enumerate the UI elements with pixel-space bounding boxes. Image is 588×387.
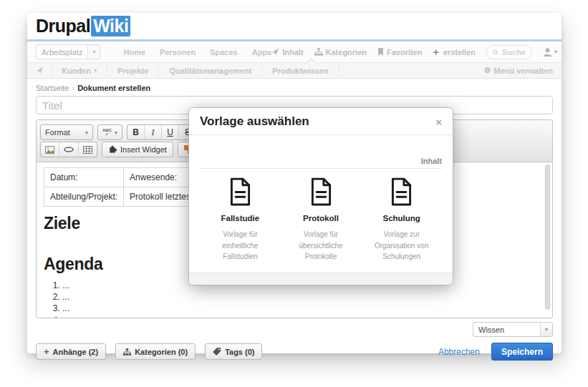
breadcrumb-home[interactable]: Startseite: [36, 84, 69, 92]
nav-item-kategorien[interactable]: Kategorien: [314, 48, 367, 57]
bold-button[interactable]: B: [127, 125, 145, 139]
gear-icon: ⚙: [484, 66, 491, 75]
insert-widget-label: Insert Widget: [120, 145, 167, 154]
tags-label: Tags (0): [225, 348, 254, 356]
snav-produktwissen-label: Produktwissen: [272, 67, 328, 75]
drupal-wiki-logo[interactable]: Drupal Wiki: [36, 16, 130, 36]
space-select[interactable]: Wissen ▾: [473, 322, 553, 337]
space-select-value: Wissen: [473, 325, 540, 334]
agenda-list-item: ...: [62, 291, 545, 303]
italic-button[interactable]: I: [145, 125, 162, 139]
link-icon: [64, 147, 74, 152]
template-description: Vorlage zur Organisation von Schulungen: [365, 229, 438, 263]
location-arrow-icon: [271, 48, 279, 56]
attachments-label: Anhänge (2): [53, 348, 99, 356]
bookmark-icon: [377, 48, 384, 56]
template-picker-modal: Vorlage auswählen × Inhalt Fallstudie Vo…: [188, 107, 453, 285]
format-dropdown[interactable]: Format ▾: [41, 125, 92, 139]
insert-widget-button[interactable]: Insert Widget: [102, 142, 173, 157]
chevron-down-icon: ▾: [85, 129, 88, 136]
snav-item-qualitaetsmanagement[interactable]: Qualitätsmanagement: [159, 63, 262, 78]
snav-item-projekte[interactable]: Projekte: [107, 63, 159, 78]
tags-button[interactable]: Tags (0): [205, 343, 262, 360]
categories-label: Kategorien (0): [135, 348, 188, 356]
table-icon: [83, 146, 92, 154]
breadcrumb-separator: ›: [72, 84, 74, 92]
scrollbar-thumb[interactable]: [545, 165, 550, 310]
sitemap-icon: [314, 48, 323, 56]
tag-icon: [213, 348, 221, 356]
table-cell-abteilung[interactable]: Abteilung/Projekt:: [44, 187, 124, 207]
cancel-button[interactable]: Abbrechen: [438, 347, 480, 357]
document-template-icon: [229, 177, 251, 206]
create-button[interactable]: + erstellen: [433, 46, 476, 58]
nav-item-inhalt[interactable]: Inhalt: [271, 48, 303, 57]
nav-item-home[interactable]: Home: [123, 48, 145, 57]
search-icon: [493, 49, 498, 56]
modal-section-label: Inhalt: [200, 157, 442, 165]
underline-button[interactable]: U: [162, 125, 179, 139]
spellcheck-button[interactable]: ABC✓ ▾: [98, 125, 122, 139]
create-label: erstellen: [443, 48, 476, 57]
manage-menu-button[interactable]: ⚙ Menü verwalten: [484, 66, 553, 75]
template-name: Fallstudie: [204, 214, 276, 222]
agenda-list-item: [62, 315, 545, 318]
main-nav-links: Home Personen Spaces Apps: [123, 48, 271, 57]
format-group: Format ▾: [40, 124, 93, 140]
template-schulung[interactable]: Schulung Vorlage zur Organisation von Sc…: [361, 177, 442, 263]
nav-item-favoriten[interactable]: Favoriten: [377, 48, 423, 57]
image-icon: [45, 146, 54, 154]
template-name: Schulung: [365, 214, 438, 222]
chevron-down-icon: ▾: [94, 67, 97, 74]
chevron-down-icon: ▾: [540, 323, 552, 336]
template-description: Vorlage für übersichtliche Protokolle: [285, 229, 357, 263]
location-arrow-icon: [36, 67, 44, 74]
user-menu[interactable]: ▾: [543, 48, 557, 57]
template-description: Vorlage für einheitliche Fallstudien: [204, 229, 276, 263]
modal-header: Vorlage auswählen ×: [189, 108, 453, 135]
close-icon[interactable]: ×: [435, 117, 442, 127]
breadcrumb-current: Dokument erstellen: [77, 84, 150, 92]
breadcrumb: Startseite›Dokument erstellen: [27, 79, 562, 96]
template-fallstudie[interactable]: Fallstudie Vorlage für einheitliche Fall…: [200, 177, 281, 263]
sitemap-icon: [123, 348, 131, 356]
insert-table-button[interactable]: [79, 142, 97, 157]
search-input[interactable]: Suche: [486, 45, 532, 59]
insert-image-button[interactable]: [41, 142, 59, 157]
snav-qm-label: Qualitätsmanagement: [169, 67, 251, 75]
logo-text-wiki: Wiki: [91, 16, 130, 36]
plus-icon: +: [44, 346, 49, 357]
user-icon: [543, 48, 552, 57]
nav-item-apps[interactable]: Apps: [252, 48, 272, 57]
secondary-nav: Kunden ▾ Projekte Qualitätsmanagement Pr…: [27, 62, 562, 79]
nav-right-group: Inhalt Kategorien Favoriten + erstellen …: [271, 45, 557, 59]
snav-projekte-label: Projekte: [117, 67, 148, 75]
modal-body: Inhalt Fallstudie Vorlage für einheitlic…: [189, 135, 453, 273]
puzzle-icon: [108, 145, 117, 154]
save-button[interactable]: Speichern: [491, 343, 553, 361]
plus-icon: +: [433, 46, 439, 58]
nav-item-personen[interactable]: Personen: [160, 48, 196, 57]
template-protokoll[interactable]: Protokoll Vorlage für übersichtliche Pro…: [281, 177, 362, 263]
primary-nav: Arbeitsplatz ▾ Home Personen Spaces Apps…: [27, 41, 562, 62]
nav-item-spaces[interactable]: Spaces: [210, 48, 238, 57]
snav-kunden-label: Kunden: [62, 67, 91, 75]
nav-favoriten-label: Favoriten: [387, 48, 423, 57]
snav-item-kunden[interactable]: Kunden ▾: [51, 63, 107, 78]
attachments-button[interactable]: + Anhänge (2): [36, 343, 106, 360]
chevron-down-icon: ▾: [87, 45, 100, 59]
workspace-select[interactable]: Arbeitsplatz ▾: [36, 44, 100, 59]
spellcheck-icon: ABC✓: [102, 128, 112, 137]
search-placeholder: Suche: [502, 48, 526, 57]
insert-link-icon-button[interactable]: [59, 142, 79, 157]
table-cell-datum[interactable]: Datum:: [44, 168, 124, 187]
nav-kategorien-label: Kategorien: [326, 48, 367, 57]
spellcheck-group: ABC✓ ▾: [97, 124, 122, 140]
document-template-icon: [390, 177, 413, 206]
editor-scrollbar[interactable]: [545, 165, 550, 315]
page-background: Drupal Wiki Arbeitsplatz ▾ Home Personen…: [0, 0, 588, 387]
snav-item-produktwissen[interactable]: Produktwissen: [262, 63, 339, 78]
app-header: Drupal Wiki: [27, 13, 562, 41]
categories-button[interactable]: Kategorien (0): [115, 343, 196, 360]
modal-footer: [189, 273, 453, 285]
